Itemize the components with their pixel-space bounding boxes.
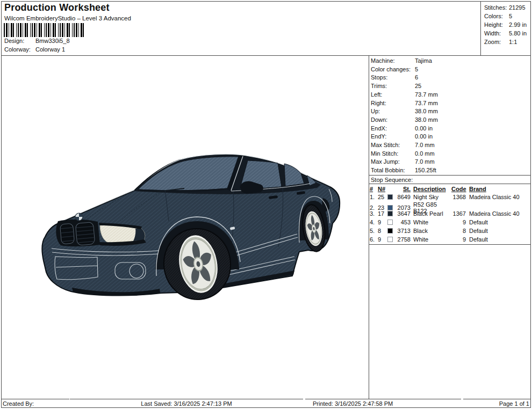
stop-sequence-row: 2. 23 2073 R52 G85 B122	[370, 201, 530, 210]
info-label: EndY:	[371, 133, 415, 141]
bmw-roundel	[75, 213, 83, 221]
row-code: 9	[451, 236, 466, 243]
machine-info-row: EndY: 0.00 in	[371, 133, 530, 141]
info-label: Max Stitch:	[371, 141, 415, 150]
row-brand: Madeira Classic 40	[466, 210, 530, 217]
row-num: 2.	[370, 204, 378, 211]
stat-label: Height:	[484, 20, 509, 29]
stats-box: Stitches: 21295 Colors: 5 Height: 2.99 i…	[484, 3, 527, 46]
info-value: 0.00 in	[415, 133, 433, 141]
row-brand: Default	[466, 236, 530, 243]
stat-label: Zoom:	[484, 38, 509, 46]
stop-sequence-row: 5. 8 3713 Black 8 Default	[370, 227, 530, 235]
info-label: Color changes:	[371, 65, 415, 74]
rear-door-glass	[284, 164, 304, 186]
page-title: Production Worksheet	[4, 2, 110, 13]
stat-value: 21295	[509, 3, 526, 12]
info-label: Machine:	[371, 57, 415, 65]
machine-info-row: Max Stitch: 7.0 mm	[371, 141, 530, 150]
info-value: 5	[415, 65, 418, 74]
col-num: #	[370, 186, 378, 192]
machine-info-row: Left: 73.7 mm	[371, 91, 530, 99]
info-value: 25	[415, 82, 421, 91]
machine-info-row: Machine: Tajima	[371, 57, 530, 65]
stat-row: Zoom: 1:1	[484, 38, 527, 46]
info-label: Max Jump:	[371, 158, 415, 166]
row-needle: 25	[378, 194, 387, 200]
stat-value: 2.99 in	[509, 20, 527, 29]
stat-value: 5	[509, 12, 512, 20]
row-num: 3.	[370, 210, 378, 217]
thread-color-swatch	[387, 228, 393, 233]
stop-sequence-row: 3. 17 3647 Black Pearl 1367 Madeira Clas…	[370, 210, 530, 218]
stop-sequence-table: 1. 25 8649 Night Sky 1368 Madeira Classi…	[370, 193, 530, 244]
col-st: St.	[394, 186, 411, 192]
kidney-grille-right	[75, 222, 95, 246]
row-needle: 17	[378, 210, 387, 217]
colorway-label: Colorway:	[4, 46, 34, 53]
info-value: 0.0 mm	[415, 150, 435, 158]
row-code: 1368	[451, 194, 466, 200]
info-value: 38.0 mm	[415, 116, 438, 125]
thread-color-swatch	[387, 220, 393, 225]
row-stitches: 2073	[394, 204, 411, 211]
machine-info-row: Min Stitch: 0.0 mm	[371, 150, 530, 158]
stat-row: Stitches: 21295	[484, 3, 527, 12]
stop-sequence-row: 6. 9 2758 White 9 Default	[370, 235, 530, 244]
main-divider	[369, 56, 369, 399]
design-label: Design:	[4, 38, 34, 44]
info-label: Min Stitch:	[371, 150, 415, 158]
kidney-grille-left	[60, 223, 74, 244]
design-value: Bmw330i5_8	[35, 38, 70, 44]
info-value: 7.0 mm	[415, 158, 435, 166]
info-value: 73.7 mm	[415, 91, 438, 99]
stat-row: Width: 5.80 in	[484, 29, 527, 38]
machine-info-row: Max Jump: 7.0 mm	[371, 158, 530, 166]
footer-created-by: Created By:	[1, 399, 69, 409]
row-stitches: 453	[394, 219, 411, 225]
stop-sequence-row: 4. 9 453 White 9 Default	[370, 218, 530, 227]
row-needle: 8	[378, 228, 387, 234]
row-needle: 9	[378, 219, 387, 225]
colorway-value: Colorway 1	[35, 46, 65, 53]
row-num: 1.	[370, 194, 378, 200]
machine-info-row: Trims: 25	[371, 82, 530, 91]
header-divider	[1, 55, 531, 56]
row-num: 6.	[370, 236, 378, 243]
row-needle: 9	[378, 236, 387, 243]
stat-row: Height: 2.99 in	[484, 20, 527, 29]
row-description: Black Pearl	[411, 210, 451, 217]
col-brand: Brand	[466, 186, 530, 192]
info-label: Left:	[371, 91, 415, 99]
stop-sequence-divider-bottom	[369, 244, 531, 245]
stat-value: 5.80 in	[509, 29, 527, 38]
windshield-glass	[138, 157, 239, 191]
info-value: 6	[415, 74, 418, 82]
machine-info-row: Stops: 6	[371, 74, 530, 82]
footer-last-saved: Last Saved: 3/16/2025 2:47:13 PM	[70, 399, 303, 409]
app-subtitle: Wilcom EmbroideryStudio – Level 3 Advanc…	[4, 15, 131, 21]
stat-value: 1:1	[509, 38, 517, 46]
info-label: Trims:	[371, 82, 415, 91]
info-value: 73.7 mm	[415, 99, 438, 108]
stop-sequence-divider-mid	[369, 184, 531, 184]
machine-info-row: Total Bobbin: 150.25ft	[371, 166, 530, 175]
info-value: 0.00 in	[415, 125, 433, 133]
stat-row: Colors: 5	[484, 12, 527, 20]
row-brand: Default	[466, 219, 530, 225]
machine-info-panel: Machine: Tajima Color changes: 5 Stops: …	[371, 57, 530, 175]
row-description: Night Sky	[411, 194, 451, 200]
info-value: 38.0 mm	[415, 107, 438, 116]
thread-color-swatch	[387, 205, 393, 210]
footer-printed: Printed: 3/16/2025 2:47:58 PM	[305, 399, 461, 409]
col-description: Description	[411, 186, 451, 192]
row-needle: 23	[378, 204, 387, 211]
row-num: 4.	[370, 219, 378, 225]
stop-sequence-header: # N# St. Description Code Brand	[370, 185, 530, 193]
info-label: Down:	[371, 116, 415, 125]
info-label: Total Bobbin:	[371, 166, 415, 175]
row-stitches: 3647	[394, 210, 411, 217]
info-label: EndX:	[371, 125, 415, 133]
thread-color-swatch	[387, 211, 393, 216]
stop-sequence-label: Stop Sequence:	[371, 177, 413, 183]
